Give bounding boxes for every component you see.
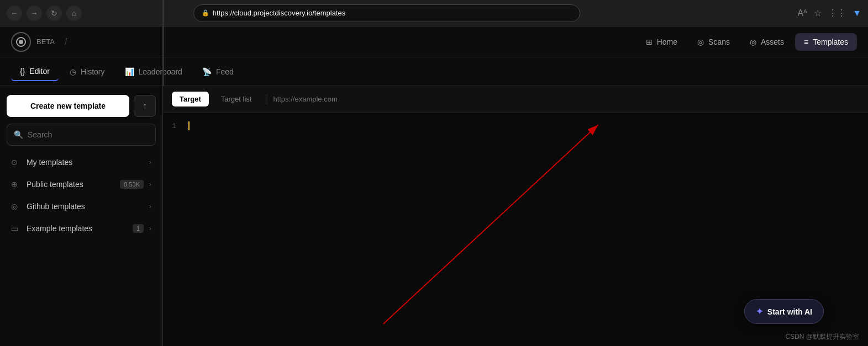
chevron-right-icon: › bbox=[149, 158, 151, 166]
logo-icon bbox=[11, 32, 31, 52]
scans-icon: ◎ bbox=[697, 38, 704, 46]
search-input[interactable] bbox=[28, 130, 149, 139]
lock-icon: 🔒 bbox=[202, 9, 209, 17]
start-with-ai-button[interactable]: ✦ Start with AI bbox=[744, 299, 824, 324]
upload-button[interactable]: ↑ bbox=[134, 95, 156, 117]
editor-icon: {} bbox=[20, 67, 25, 76]
my-templates-icon: ⊙ bbox=[11, 158, 21, 167]
refresh-button[interactable]: ↻ bbox=[46, 6, 62, 21]
feed-icon: 📡 bbox=[202, 67, 212, 76]
templates-icon: ≡ bbox=[804, 38, 808, 46]
chevron-right-icon-2: › bbox=[149, 180, 151, 188]
star-icon: ☆ bbox=[814, 8, 822, 18]
tab-editor[interactable]: {} Editor bbox=[11, 62, 59, 81]
sidebar-item-example-templates[interactable]: ▭ Example templates 1 › bbox=[7, 219, 156, 238]
chevron-right-icon-3: › bbox=[149, 203, 151, 210]
main-content: Create new template ↑ 🔍 ⊙ My templates ›… bbox=[0, 86, 868, 346]
nav-item-home[interactable]: ⊞ Home bbox=[637, 33, 686, 51]
scans-label: Scans bbox=[708, 38, 730, 46]
leaderboard-label: Leaderboard bbox=[139, 67, 182, 76]
chevron-right-icon-4: › bbox=[149, 225, 151, 232]
target-url-input[interactable] bbox=[273, 95, 439, 103]
github-templates-label: Github templates bbox=[27, 202, 144, 211]
create-btn-row: Create new template ↑ bbox=[7, 95, 156, 117]
toolbar-divider bbox=[266, 94, 266, 105]
home-icon: ⊞ bbox=[646, 38, 653, 46]
editor-label: Editor bbox=[29, 67, 50, 76]
logo-area: BETA / bbox=[11, 32, 71, 52]
create-new-template-button[interactable]: Create new template bbox=[7, 95, 129, 117]
sidebar-item-my-templates[interactable]: ⊙ My templates › bbox=[7, 152, 156, 172]
watermark: CSDN @默默提升实验室 bbox=[785, 332, 859, 342]
line-number-1: 1 bbox=[172, 122, 188, 130]
editor-line-1: 1 bbox=[172, 121, 859, 130]
nav-item-scans[interactable]: ◎ Scans bbox=[688, 33, 739, 51]
example-templates-badge: 1 bbox=[133, 224, 144, 233]
example-templates-icon: ▭ bbox=[11, 224, 21, 233]
assets-label: Assets bbox=[761, 38, 784, 46]
public-templates-badge: 8.53K bbox=[120, 180, 144, 189]
history-label: History bbox=[81, 67, 105, 76]
text-cursor bbox=[188, 121, 190, 130]
github-templates-icon: ◎ bbox=[11, 202, 21, 211]
example-templates-label: Example templates bbox=[27, 224, 127, 233]
template-section: ⊙ My templates › ⊕ Public templates 8.53… bbox=[7, 152, 156, 238]
my-templates-label: My templates bbox=[27, 158, 144, 167]
url-text: https://cloud.projectdiscovery.io/templa… bbox=[213, 9, 345, 17]
separator: / bbox=[65, 37, 67, 47]
leaderboard-icon: 📊 bbox=[125, 67, 134, 76]
nav-links: ⊞ Home ◎ Scans ◎ Assets ≡ Templates bbox=[637, 33, 857, 51]
nav-item-assets[interactable]: ◎ Assets bbox=[741, 33, 793, 51]
back-button[interactable]: ← bbox=[7, 6, 22, 21]
browser-right-icons: Aᴬ ☆ ⋮⋮ ▼ bbox=[797, 8, 861, 18]
assets-icon: ◎ bbox=[750, 38, 756, 46]
public-templates-label: Public templates bbox=[27, 180, 114, 189]
upload-icon: ↑ bbox=[143, 101, 147, 111]
app-container: BETA / ⊞ Home ◎ Scans ◎ Assets ≡ Templat… bbox=[0, 26, 868, 346]
beta-label: BETA bbox=[36, 38, 55, 46]
tab-feed[interactable]: 📡 Feed bbox=[193, 63, 243, 81]
forward-button[interactable]: → bbox=[27, 6, 42, 21]
sidebar: Create new template ↑ 🔍 ⊙ My templates ›… bbox=[0, 86, 163, 346]
search-icon: 🔍 bbox=[14, 130, 23, 139]
ai-star-icon: ✦ bbox=[756, 306, 763, 317]
editor-tab-target[interactable]: Target bbox=[172, 92, 209, 107]
browser-controls: ← → ↻ ⌂ bbox=[7, 6, 82, 21]
aa-icon: Aᴬ bbox=[797, 8, 807, 18]
search-box[interactable]: 🔍 bbox=[7, 124, 156, 146]
filter-icon: ▼ bbox=[853, 8, 861, 18]
extensions-icon: ⋮⋮ bbox=[828, 8, 846, 18]
editor-area: Target Target list 1 bbox=[163, 86, 868, 346]
nav-item-templates[interactable]: ≡ Templates bbox=[795, 33, 857, 51]
start-with-ai-label: Start with AI bbox=[767, 307, 812, 316]
public-templates-icon: ⊕ bbox=[11, 180, 21, 189]
browser-chrome: ← → ↻ ⌂ 🔒 https://cloud.projectdiscovery… bbox=[0, 0, 868, 26]
sidebar-item-public-templates[interactable]: ⊕ Public templates 8.53K › bbox=[7, 174, 156, 194]
home-label: Home bbox=[657, 38, 677, 46]
templates-label: Templates bbox=[813, 38, 848, 46]
home-button[interactable]: ⌂ bbox=[66, 6, 82, 21]
feed-label: Feed bbox=[216, 67, 234, 76]
logo-inner bbox=[16, 37, 26, 47]
top-nav: BETA / ⊞ Home ◎ Scans ◎ Assets ≡ Templat… bbox=[0, 26, 868, 57]
tab-leaderboard[interactable]: 📊 Leaderboard bbox=[116, 63, 191, 81]
editor-toolbar: Target Target list bbox=[163, 86, 868, 113]
sidebar-item-github-templates[interactable]: ◎ Github templates › bbox=[7, 196, 156, 216]
tab-history[interactable]: ◷ History bbox=[61, 63, 114, 81]
history-icon: ◷ bbox=[70, 67, 76, 76]
editor-tab-target-list[interactable]: Target list bbox=[213, 92, 260, 107]
sub-tabs: {} Editor ◷ History 📊 Leaderboard 📡 Feed bbox=[0, 57, 868, 86]
address-bar[interactable]: 🔒 https://cloud.projectdiscovery.io/temp… bbox=[193, 4, 580, 22]
